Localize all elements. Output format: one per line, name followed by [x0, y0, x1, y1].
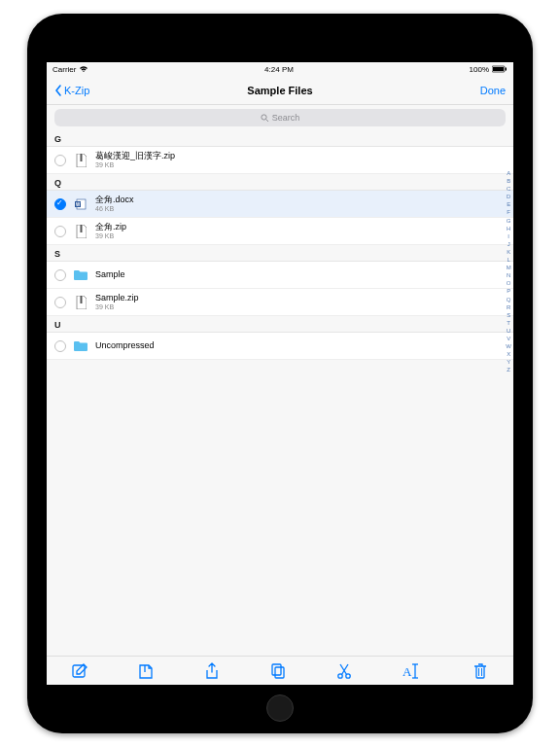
- index-letter[interactable]: Q: [507, 296, 511, 303]
- select-radio[interactable]: [54, 340, 66, 352]
- section-index[interactable]: ABCDEFGHIJKLMNOPQRSTUVWXYZ: [506, 169, 511, 374]
- file-size: 46 KB: [95, 205, 134, 213]
- clock: 4:24 PM: [264, 65, 294, 74]
- list-item[interactable]: Sample: [47, 262, 513, 289]
- navigation-bar: K-Zip Sample Files Done: [47, 76, 513, 105]
- select-radio[interactable]: [54, 226, 66, 237]
- share-button[interactable]: [203, 662, 221, 680]
- file-size: 39 KB: [95, 161, 175, 169]
- archive-button[interactable]: [137, 662, 155, 680]
- index-letter[interactable]: S: [507, 311, 510, 319]
- index-letter[interactable]: M: [507, 264, 511, 271]
- index-letter[interactable]: H: [507, 225, 510, 232]
- index-letter[interactable]: L: [507, 256, 509, 264]
- section-header-u: U: [47, 316, 513, 333]
- zip-icon: [74, 154, 88, 167]
- done-button[interactable]: Done: [480, 85, 506, 96]
- list-item[interactable]: Uncompressed: [47, 333, 513, 360]
- index-letter[interactable]: Z: [507, 366, 510, 374]
- home-button[interactable]: [266, 694, 294, 722]
- list-item[interactable]: 全角.zip 39 KB: [47, 218, 513, 245]
- page-title: Sample Files: [247, 85, 312, 96]
- section-header-q: Q: [47, 174, 513, 191]
- docx-icon: W: [74, 198, 88, 210]
- zip-icon: [74, 296, 88, 309]
- file-name: 葛󠄀峻漢迎_旧漢字.zip: [95, 152, 175, 161]
- screen: Carrier 4:24 PM 100% K-Zip Sample Files …: [47, 62, 513, 685]
- index-letter[interactable]: F: [507, 208, 510, 216]
- index-letter[interactable]: E: [507, 200, 510, 208]
- ipad-device-frame: Carrier 4:24 PM 100% K-Zip Sample Files …: [27, 14, 533, 733]
- svg-line-4: [265, 119, 267, 121]
- index-letter[interactable]: R: [507, 303, 510, 311]
- svg-text:A: A: [402, 664, 412, 679]
- file-name: 全角.zip: [95, 223, 126, 232]
- section-header-g: G: [47, 130, 513, 147]
- select-radio[interactable]: [54, 198, 66, 210]
- list-item[interactable]: 葛󠄀峻漢迎_旧漢字.zip 39 KB: [47, 147, 513, 174]
- trash-button[interactable]: [472, 662, 489, 680]
- battery-percent: 100%: [470, 65, 489, 74]
- index-letter[interactable]: X: [507, 350, 510, 358]
- wifi-icon: [79, 65, 88, 73]
- search-input[interactable]: Search: [54, 109, 506, 126]
- status-bar: Carrier 4:24 PM 100%: [47, 62, 513, 76]
- svg-rect-5: [80, 154, 82, 161]
- index-letter[interactable]: I: [508, 232, 509, 240]
- index-letter[interactable]: W: [506, 342, 511, 350]
- index-letter[interactable]: U: [507, 327, 510, 335]
- select-radio[interactable]: [54, 269, 66, 281]
- compose-button[interactable]: [71, 662, 88, 680]
- file-list: G 葛󠄀峻漢迎_旧漢字.zip 39 KB Q W 全角.docx: [47, 130, 513, 360]
- svg-rect-10: [80, 296, 82, 303]
- carrier-label: Carrier: [52, 65, 76, 74]
- bottom-toolbar: A: [47, 656, 513, 685]
- index-letter[interactable]: V: [507, 335, 510, 342]
- file-size: 39 KB: [95, 232, 126, 240]
- back-label: K-Zip: [64, 85, 89, 96]
- battery-icon: [492, 65, 508, 73]
- index-letter[interactable]: Y: [507, 358, 510, 366]
- svg-rect-2: [506, 68, 508, 71]
- file-name: Sample.zip: [95, 294, 139, 303]
- file-name: Sample: [95, 270, 125, 280]
- svg-rect-9: [80, 225, 82, 232]
- index-letter[interactable]: T: [507, 319, 510, 327]
- file-size: 39 KB: [95, 303, 139, 311]
- svg-point-3: [262, 114, 266, 119]
- select-radio[interactable]: [54, 297, 66, 308]
- back-button[interactable]: K-Zip: [54, 85, 89, 96]
- svg-rect-13: [275, 667, 284, 678]
- index-letter[interactable]: A: [507, 169, 510, 177]
- search-icon: [261, 114, 269, 123]
- list-item[interactable]: W 全角.docx 46 KB: [47, 191, 513, 218]
- zip-icon: [74, 225, 88, 238]
- section-header-s: S: [47, 245, 513, 262]
- search-placeholder: Search: [272, 113, 300, 123]
- index-letter[interactable]: J: [508, 240, 510, 248]
- index-letter[interactable]: N: [507, 271, 510, 279]
- cut-button[interactable]: [335, 662, 353, 680]
- rename-button[interactable]: A: [402, 662, 423, 680]
- index-letter[interactable]: K: [507, 248, 510, 256]
- index-letter[interactable]: P: [507, 287, 510, 295]
- select-radio[interactable]: [54, 155, 66, 166]
- copy-button[interactable]: [269, 662, 287, 680]
- index-letter[interactable]: D: [507, 193, 510, 200]
- index-letter[interactable]: B: [507, 177, 510, 185]
- file-name: 全角.docx: [95, 196, 134, 205]
- index-letter[interactable]: G: [507, 217, 511, 225]
- folder-icon: [74, 340, 88, 351]
- svg-rect-1: [493, 67, 504, 71]
- list-item[interactable]: Sample.zip 39 KB: [47, 289, 513, 316]
- folder-icon: [74, 269, 88, 280]
- file-name: Uncompressed: [95, 341, 155, 351]
- index-letter[interactable]: C: [507, 185, 510, 193]
- svg-rect-12: [272, 664, 281, 675]
- index-letter[interactable]: O: [507, 279, 511, 287]
